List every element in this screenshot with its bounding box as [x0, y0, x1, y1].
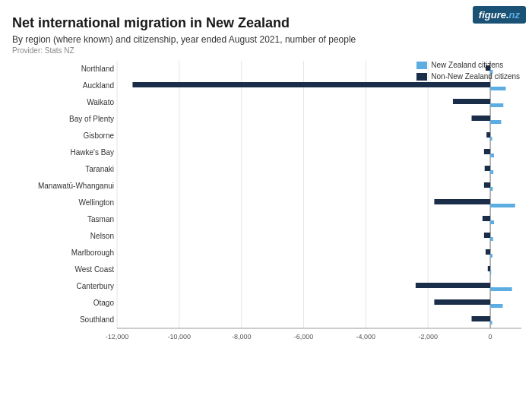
svg-rect-13	[490, 87, 505, 90]
non-nz-legend-label: Non-New Zealand citizens	[431, 72, 520, 81]
svg-rect-19	[490, 120, 501, 124]
svg-text:Marlborough: Marlborough	[71, 249, 114, 257]
brand-text: figure.nz	[479, 9, 520, 21]
svg-text:Southland: Southland	[80, 315, 114, 324]
svg-text:Nelson: Nelson	[90, 232, 114, 240]
svg-text:0: 0	[489, 333, 492, 340]
svg-rect-27	[485, 166, 490, 171]
svg-text:-2,000: -2,000	[418, 333, 438, 340]
svg-rect-48	[416, 283, 490, 288]
svg-rect-49	[490, 287, 512, 291]
svg-text:-10,000: -10,000	[168, 333, 192, 340]
svg-rect-12	[132, 82, 490, 87]
chart-subtitle: By region (where known) and citizenship,…	[12, 34, 520, 45]
legend: New Zealand citizens Non-New Zealand cit…	[416, 61, 520, 81]
svg-text:Gisborne: Gisborne	[83, 131, 114, 140]
svg-rect-16	[490, 103, 503, 107]
svg-rect-25	[490, 154, 494, 157]
non-nz-color-swatch	[416, 73, 427, 81]
svg-text:Manawatū-Whanganui: Manawatū-Whanganui	[38, 182, 114, 190]
nz-legend-label: New Zealand citizens	[431, 61, 503, 69]
svg-rect-52	[490, 304, 502, 308]
svg-rect-34	[490, 204, 515, 207]
provider-label: Provider: Stats NZ	[12, 46, 520, 55]
nz-color-swatch	[416, 62, 427, 69]
svg-text:Wellington: Wellington	[78, 198, 114, 207]
svg-text:Waikato: Waikato	[87, 98, 114, 106]
svg-text:Northland: Northland	[81, 65, 114, 73]
svg-rect-24	[484, 149, 490, 154]
svg-rect-43	[490, 254, 492, 258]
svg-text:-12,000: -12,000	[106, 333, 129, 340]
svg-rect-21	[486, 132, 490, 138]
svg-rect-33	[434, 199, 490, 204]
svg-text:Bay of Plenty: Bay of Plenty	[69, 115, 114, 123]
svg-text:West Coast: West Coast	[75, 265, 115, 274]
svg-rect-36	[483, 216, 490, 221]
svg-rect-15	[453, 99, 490, 104]
svg-text:Hawke's Bay: Hawke's Bay	[71, 148, 115, 157]
chart-title: Net international migration in New Zeala…	[12, 15, 520, 31]
main-container: figure.nz Net international migration in…	[0, 0, 532, 399]
svg-text:Taranaki: Taranaki	[85, 165, 114, 173]
svg-rect-22	[490, 137, 492, 141]
svg-rect-28	[490, 170, 493, 174]
svg-rect-46	[490, 271, 491, 274]
svg-text:-8,000: -8,000	[232, 333, 252, 340]
svg-text:-6,000: -6,000	[294, 333, 314, 340]
svg-rect-39	[484, 233, 490, 238]
svg-rect-54	[472, 316, 491, 321]
svg-rect-37	[490, 220, 494, 224]
svg-rect-31	[490, 187, 492, 191]
svg-rect-18	[472, 116, 491, 121]
bar-chart: NorthlandAucklandWaikatoBay of PlentyGis…	[12, 58, 529, 354]
svg-rect-40	[490, 237, 493, 241]
svg-text:Tasman: Tasman	[87, 215, 114, 223]
svg-text:Otago: Otago	[93, 299, 115, 307]
svg-text:-4,000: -4,000	[356, 333, 376, 340]
svg-text:Auckland: Auckland	[83, 81, 114, 90]
legend-nz: New Zealand citizens	[416, 61, 520, 69]
legend-non-nz: Non-New Zealand citizens	[416, 72, 520, 81]
svg-rect-30	[484, 182, 490, 188]
svg-rect-42	[486, 249, 490, 255]
svg-rect-55	[490, 321, 492, 325]
svg-rect-45	[488, 266, 490, 271]
svg-text:Canterbury: Canterbury	[77, 282, 114, 290]
svg-rect-51	[434, 299, 490, 305]
brand-badge: figure.nz	[473, 6, 526, 24]
